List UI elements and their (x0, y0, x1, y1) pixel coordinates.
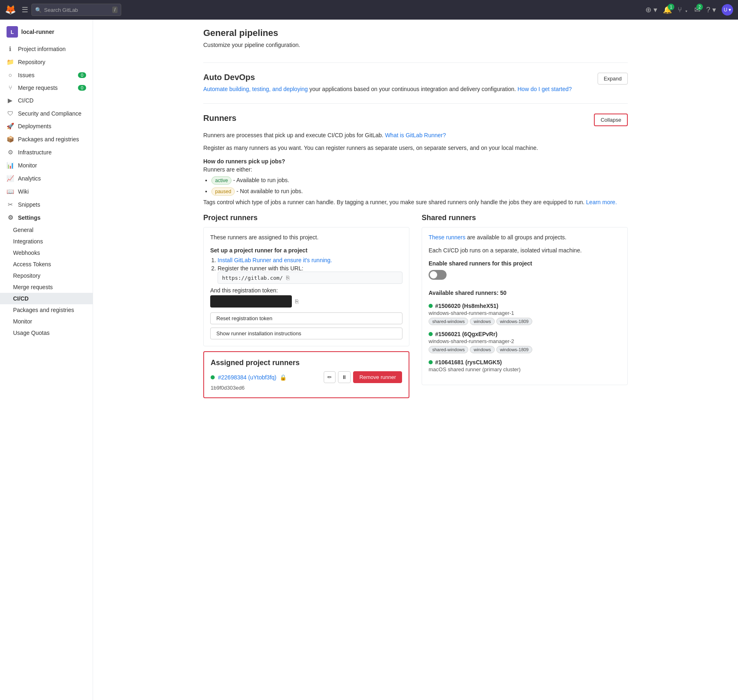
settings-repository[interactable]: Repository (0, 270, 93, 281)
runner1-tags: shared-windows windows windows-1809 (429, 318, 621, 325)
sidebar-item-wiki[interactable]: 📖 Wiki (0, 185, 93, 198)
settings-monitor[interactable]: Monitor (0, 316, 93, 327)
copy-token-icon[interactable]: ⎘ (295, 298, 298, 305)
sidebar: L local-runner ℹ Project information 📁 R… (0, 20, 93, 700)
notification-icon[interactable]: 🔔 1 (663, 5, 672, 14)
user-avatar[interactable]: U ▾ (722, 4, 733, 16)
runner1-tag-2: windows-1809 (496, 318, 532, 325)
sidebar-item-analytics[interactable]: 📈 Analytics (0, 172, 93, 185)
infrastructure-icon: ⚙ (7, 149, 14, 156)
copy-url-icon[interactable]: ⎘ (286, 274, 289, 281)
sidebar-item-monitor[interactable]: 📊 Monitor (0, 159, 93, 172)
token-row: ⎘ (210, 295, 402, 308)
install-runner-link[interactable]: Install GitLab Runner and ensure it's ru… (218, 257, 332, 263)
help-icon[interactable]: ? ▾ (706, 5, 716, 14)
plus-icon[interactable]: ⊕ ▾ (645, 5, 657, 14)
runner2-tag-1: windows (470, 346, 494, 353)
active-badge: active (211, 176, 231, 185)
notification-count: 1 (668, 4, 674, 10)
runner-edit-button[interactable]: ✏ (324, 371, 336, 383)
assigned-runner-row: #22698384 (uYtobf3fq) 🔒 ✏ ⏸ Remove runne… (211, 371, 402, 383)
shared-runners-desc-box: These runners are available to all group… (422, 227, 628, 385)
available-count: Available shared runners: 50 (429, 290, 621, 296)
get-started-link[interactable]: How do I get started? (518, 86, 572, 92)
runner1-id: #1506020 (Hs8mheX51) (435, 303, 498, 309)
runner-action-buttons: ✏ ⏸ Remove runner (324, 371, 402, 383)
general-pipelines-desc: Customize your pipeline configuration. (203, 41, 300, 49)
wiki-icon: 📖 (7, 188, 14, 195)
sidebar-item-merge-requests[interactable]: ⑂ Merge requests 0 (0, 81, 93, 94)
project-name: local-runner (21, 29, 54, 35)
deployments-icon: 🚀 (7, 123, 14, 130)
autodevops-title: Auto DevOps (203, 73, 572, 82)
runner-lock-icon: 🔒 (280, 374, 287, 381)
settings-integrations[interactable]: Integrations (0, 236, 93, 247)
sidebar-item-issues[interactable]: ○ Issues 0 (0, 69, 93, 81)
sidebar-item-project-information[interactable]: ℹ Project information (0, 42, 93, 56)
what-is-runner-link[interactable]: What is GitLab Runner? (385, 132, 446, 138)
runners-collapse-button[interactable]: Collapse (594, 114, 628, 126)
settings-webhooks[interactable]: Webhooks (0, 247, 93, 259)
show-instructions-button[interactable]: Show runner installation instructions (210, 328, 402, 339)
project-avatar: L (7, 26, 18, 38)
settings-general[interactable]: General (0, 224, 93, 236)
autodevops-expand-button[interactable]: Expand (598, 73, 628, 85)
settings-cicd[interactable]: CI/CD (0, 293, 93, 304)
merge-requests-icon: ⑂ (7, 84, 14, 91)
runner1-dot (429, 304, 433, 308)
these-runners-link[interactable]: These runners (429, 234, 465, 241)
autodevops-section: Auto DevOps Automate building, testing, … (203, 73, 628, 94)
sidebar-item-repository[interactable]: 📁 Repository (0, 56, 93, 69)
token-masked (210, 295, 292, 308)
merge-requests-badge: 0 (78, 85, 86, 91)
settings-access-tokens[interactable]: Access Tokens (0, 259, 93, 270)
enable-shared-toggle[interactable]: ✕ (429, 270, 447, 280)
runner-pause-button[interactable]: ⏸ (338, 371, 351, 383)
runners-grid: Project runners These runners are assign… (203, 214, 628, 398)
sidebar-item-cicd[interactable]: ▶ CI/CD (0, 94, 93, 107)
settings-usage-quotas[interactable]: Usage Quotas (0, 327, 93, 339)
runner-url: https://gitlab.com/ (222, 275, 283, 281)
sidebar-item-snippets[interactable]: ✂ Snippets (0, 198, 93, 211)
enable-shared-toggle-container: ✕ (429, 270, 621, 280)
runner-status-list: active - Available to run jobs. paused -… (211, 176, 628, 196)
project-runners-column: Project runners These runners are assign… (203, 214, 409, 398)
message-icon[interactable]: ✉ 2 (694, 5, 700, 14)
settings-packages-registries[interactable]: Packages and registries (0, 304, 93, 316)
search-bar[interactable]: 🔍 Search GitLab / (31, 4, 121, 16)
sidebar-item-security[interactable]: 🛡 Security and Compliance (0, 107, 93, 120)
runner1-name: windows-shared-runners-manager-1 (429, 310, 621, 316)
merge-request-icon[interactable]: ⑂ ▾ (678, 6, 689, 14)
setup-title: Set up a project runner for a project (210, 247, 402, 254)
runner3-id: #10641681 (rysCLMGK5) (435, 359, 502, 366)
analytics-icon: 📈 (7, 175, 14, 182)
sidebar-item-deployments[interactable]: 🚀 Deployments (0, 120, 93, 133)
remove-runner-button[interactable]: Remove runner (353, 371, 402, 383)
runners-title: Runners (203, 114, 236, 123)
settings-section-header[interactable]: ⚙ Settings (0, 211, 93, 224)
sidebar-item-packages[interactable]: 📦 Packages and registries (0, 133, 93, 146)
settings-merge-requests[interactable]: Merge requests (0, 281, 93, 293)
project-runners-box: These runners are assigned to this proje… (203, 227, 409, 346)
runner3-name: macOS shared runner (primary cluster) (429, 366, 621, 372)
sidebar-item-infrastructure[interactable]: ⚙ Infrastructure (0, 146, 93, 159)
hamburger-menu-icon[interactable]: ☰ (22, 5, 28, 14)
gitlab-logo: 🦊 (5, 4, 16, 15)
assigned-runners-title: Assigned project runners (211, 359, 402, 367)
project-runners-title: Project runners (203, 214, 409, 222)
reset-token-button[interactable]: Reset registration token (210, 312, 402, 324)
general-pipelines-title: General pipelines (203, 28, 300, 38)
enable-shared-label: Enable shared runners for this project (429, 260, 621, 267)
main-content: General pipelines Customize your pipelin… (93, 20, 738, 700)
runner-id-link[interactable]: #22698384 (uYtobf3fq) (218, 374, 276, 381)
issues-badge: 0 (78, 72, 86, 78)
learn-more-link[interactable]: Learn more. (586, 199, 617, 205)
runner-url-row: https://gitlab.com/ ⎘ (218, 272, 402, 284)
runners-section: Runners Collapse Runners are processes t… (203, 114, 628, 398)
search-shortcut: / (112, 7, 118, 13)
shared-runner-item-3: #10641681 (rysCLMGK5) macOS shared runne… (429, 359, 621, 372)
autodevops-link[interactable]: Automate building, testing, and deployin… (203, 86, 308, 92)
shared-runners-column: Shared runners These runners are availab… (422, 214, 628, 398)
runner-hash: 1b9f0d303ed6 (211, 385, 402, 391)
topnav-right: ⊕ ▾ 🔔 1 ⑂ ▾ ✉ 2 ? ▾ U ▾ (645, 4, 733, 16)
